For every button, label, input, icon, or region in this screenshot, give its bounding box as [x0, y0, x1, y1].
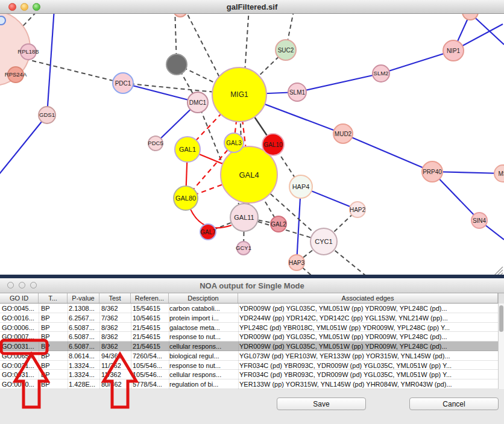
network-node-MS[interactable]: [494, 165, 504, 182]
network-node-SUC2[interactable]: [276, 40, 296, 60]
network-node-GCY1[interactable]: [237, 242, 250, 255]
network-node-SLM1[interactable]: [288, 83, 306, 101]
column-header-referen[interactable]: Referen...: [131, 293, 169, 303]
table-cell: protein import i...: [169, 314, 219, 322]
network-node-MUD2[interactable]: [333, 124, 353, 143]
table-cell: BP: [41, 380, 50, 388]
table-cell: YFR034C (pd) YBR093C, YDR009W (pd) YGL03…: [239, 370, 452, 379]
table-row[interactable]: GO:0065...BP8.0614...94/3627260/54...bio…: [0, 351, 498, 361]
table-cell: 6.5087...: [69, 332, 95, 341]
table-cell: YDR244W (pp) YDR142C, YDR142C (pp) YGL15…: [239, 314, 448, 322]
table-cell: GO:0031...: [2, 342, 34, 351]
table-cell: response to nut...: [169, 361, 221, 370]
scrollbar-thumb[interactable]: [499, 305, 503, 332]
network-node-GAL1[interactable]: [175, 137, 200, 162]
table-cell: GO:0016...: [2, 314, 34, 322]
table-cell: 1.3324...: [69, 370, 95, 379]
minimize-button[interactable]: [19, 282, 25, 288]
minimize-button[interactable]: [20, 3, 28, 11]
table-cell: GO:0050...: [2, 380, 34, 388]
network-node[interactable]: [0, 16, 5, 25]
network-node-GAL10[interactable]: [262, 134, 284, 155]
table-cell: 8/362: [101, 304, 118, 313]
network-node-GAL11[interactable]: [230, 204, 258, 231]
network-node[interactable]: [166, 54, 187, 75]
table-row[interactable]: GO:0031...BP6.5087...8/36221/54615cellul…: [0, 341, 498, 351]
network-node-GAL7[interactable]: [200, 224, 216, 240]
table-cell: 8/362: [101, 332, 118, 341]
table-cell: carbon cataboli...: [169, 304, 220, 313]
network-node-SLM2[interactable]: [373, 65, 389, 82]
network-window: RPL18BRPS24AGDS1PDC1PDC5DMC1SUC2SLM1SLM2…: [0, 0, 504, 275]
table-cell: 21/54615: [133, 323, 160, 332]
table-cell: 7260/54...: [133, 352, 162, 360]
table-row[interactable]: GO:0031...BP1.3324...11/362105/546...res…: [0, 361, 498, 370]
table-row[interactable]: GO:0007...BP6.5087...8/36221/54615respon…: [0, 332, 498, 341]
table-cell: 5778/54...: [133, 380, 162, 388]
noa-titlebar[interactable]: NOA output for Single Mode: [0, 278, 504, 293]
table-cell: GO:0031...: [2, 361, 34, 370]
network-node-RPL18B[interactable]: [20, 44, 36, 60]
zoom-button[interactable]: [30, 282, 37, 288]
network-node-GAL3[interactable]: [224, 133, 244, 152]
table-gridline: [131, 304, 131, 389]
table-cell: biological regul...: [169, 352, 219, 360]
table-cell: regulation of bi...: [169, 380, 218, 388]
column-header-test[interactable]: Test: [99, 293, 131, 303]
network-node-GAL80[interactable]: [174, 186, 198, 210]
table-row[interactable]: GO:0045...BP2.1308...8/36215/54615carbon…: [0, 304, 498, 313]
table-cell: cellular respons...: [169, 342, 221, 351]
table-cell: cellular respons...: [169, 370, 221, 379]
table-cell: 6.5087...: [69, 342, 95, 351]
column-header-pvalue[interactable]: P-value: [68, 293, 99, 303]
table-header: GO IDT...P-valueTestReferen...Desciption…: [0, 293, 504, 304]
table-row[interactable]: GO:0006...BP6.5087...8/36221/54615galact…: [0, 323, 498, 332]
network-edge: [343, 134, 432, 172]
network-node-PDC5[interactable]: [148, 136, 163, 151]
table-cell: 21/54615: [133, 332, 160, 341]
table-cell: 105/546...: [133, 370, 162, 379]
table-cell: 6.5087...: [69, 323, 95, 332]
table-cell: YDR009W (pd) YGL035C, YML051W (pp) YDR00…: [239, 332, 447, 341]
network-node-PRP40[interactable]: [422, 161, 443, 182]
column-header-goid[interactable]: GO ID: [0, 293, 39, 303]
column-header-associatededges[interactable]: Associated edges: [238, 293, 498, 303]
save-button[interactable]: Save: [277, 398, 366, 410]
network-node-SIN4[interactable]: [471, 213, 487, 228]
network-node-CYC1[interactable]: [310, 228, 337, 255]
network-titlebar[interactable]: galFiltered.sif: [0, 0, 504, 14]
network-node-GAL2[interactable]: [271, 216, 286, 232]
table-row[interactable]: GO:0016...BP6.2567...7/36210/54615protei…: [0, 313, 498, 323]
network-node-MIG1[interactable]: [212, 67, 266, 122]
network-node-HAP3[interactable]: [289, 255, 304, 270]
network-node-PDC1[interactable]: [113, 73, 133, 93]
vertical-scrollbar[interactable]: [498, 304, 504, 389]
network-node-HAP4[interactable]: [289, 175, 312, 198]
table-cell: 11/362: [101, 370, 121, 379]
network-canvas[interactable]: RPL18BRPS24AGDS1PDC1PDC5DMC1SUC2SLM1SLM2…: [0, 0, 504, 275]
table-gridline: [39, 304, 39, 389]
table-cell: YDR009W (pd) YGL035C, YML051W (pp) YDR00…: [239, 342, 447, 351]
table-cell: YDR009W (pd) YGL035C, YML051W (pp) YDR00…: [239, 304, 447, 313]
table-cell: 1.3324...: [69, 361, 95, 370]
network-node-HAP2[interactable]: [350, 202, 365, 217]
network-edge: [184, 8, 220, 78]
zoom-button[interactable]: [33, 3, 40, 11]
table-cell: GO:0065...: [2, 352, 34, 360]
network-node-DMC1[interactable]: [187, 92, 208, 113]
column-header-desciption[interactable]: Desciption: [169, 293, 238, 303]
table-row[interactable]: GO:0031...BP1.3324...11/362105/546...cel…: [0, 370, 498, 379]
column-header-t[interactable]: T...: [39, 293, 68, 303]
close-button[interactable]: [8, 3, 16, 11]
table-row[interactable]: GO:0050...BP1.428E...80/3625778/54...reg…: [0, 379, 498, 389]
cancel-button[interactable]: Cancel: [409, 398, 499, 410]
network-node-RPS24A[interactable]: [8, 67, 24, 83]
noa-window-controls: [7, 282, 37, 288]
close-button[interactable]: [7, 282, 14, 288]
network-node-NIP1[interactable]: [443, 40, 464, 61]
table-cell: 94/362: [101, 352, 122, 360]
network-node-GDS1[interactable]: [39, 107, 55, 123]
network-edge: [381, 51, 453, 73]
noa-window-title: NOA output for Single Mode: [200, 281, 304, 290]
table-cell: BP: [41, 370, 50, 379]
